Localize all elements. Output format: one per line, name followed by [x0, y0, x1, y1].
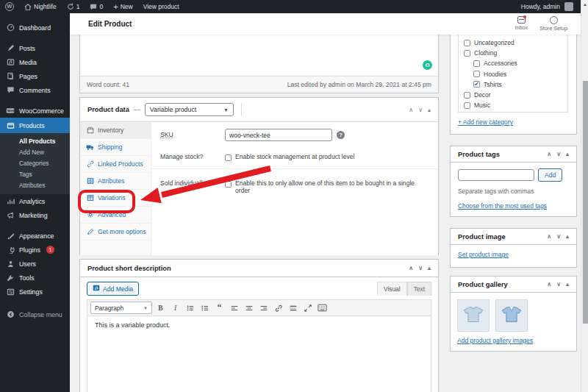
add-new-category-link[interactable]: + Add new category	[458, 118, 513, 126]
add-gallery-images-link[interactable]: Add product gallery images	[457, 337, 533, 344]
sidebar-item-analytics[interactable]: Analytics	[0, 194, 70, 208]
submenu-tags[interactable]: Tags	[0, 168, 70, 179]
howdy-admin-menu[interactable]: Howdy, admin	[516, 3, 562, 10]
bullet-list-button[interactable]	[184, 302, 196, 314]
category-item[interactable]: Decor	[464, 90, 567, 100]
sidebar-item-users[interactable]: Users	[0, 257, 70, 271]
product-tags-header[interactable]: Product tags ∧∨▴	[451, 146, 576, 163]
sidebar-item-comments[interactable]: Comments	[0, 83, 70, 97]
product-gallery-header[interactable]: Product gallery ∧∨▴	[451, 277, 576, 293]
category-item[interactable]: Uncategorized	[464, 38, 567, 48]
toggle-panel-icon[interactable]: ▴	[566, 233, 569, 240]
move-up-icon[interactable]: ∧	[547, 151, 551, 157]
move-down-icon[interactable]: ∨	[556, 151, 561, 157]
add-media-button[interactable]: Add Media	[87, 282, 139, 296]
avatar[interactable]	[564, 2, 573, 11]
site-name-link[interactable]: Nightlife	[19, 0, 62, 13]
paragraph-format-select[interactable]: Paragraph ▼	[90, 302, 152, 314]
sku-input[interactable]	[225, 129, 332, 141]
visual-tab[interactable]: Visual	[377, 282, 407, 296]
read-more-button[interactable]	[287, 302, 299, 314]
category-checkbox[interactable]	[464, 102, 470, 109]
align-center-button[interactable]	[243, 302, 255, 314]
short-description-header[interactable]: Product short description ∧ ∨ ▴	[80, 260, 438, 277]
category-checkbox-checked[interactable]	[473, 81, 480, 88]
category-label: Music	[474, 101, 490, 109]
submenu-attributes[interactable]: Attributes	[0, 179, 70, 190]
set-product-image-link[interactable]: Set product image	[458, 251, 509, 258]
category-item[interactable]: Accessories	[464, 58, 567, 68]
product-image-header[interactable]: Product image ∧∨▴	[451, 229, 576, 245]
category-item[interactable]: Tshirts	[464, 79, 567, 90]
sidebar-item-woocommerce[interactable]: WooCommerce	[0, 104, 70, 118]
move-down-icon[interactable]: ∨	[556, 233, 561, 240]
submenu-add-new[interactable]: Add New	[0, 146, 70, 157]
most-used-tags-link[interactable]: Choose from the most used tags	[458, 202, 547, 210]
inbox-button[interactable]: Inbox	[514, 16, 528, 32]
sidebar-item-posts[interactable]: Posts	[0, 41, 70, 55]
move-up-icon[interactable]: ∧	[409, 265, 413, 271]
toggle-panel-icon[interactable]: ▴	[566, 281, 569, 288]
sidebar-item-marketing[interactable]: Marketing	[0, 208, 70, 222]
category-item[interactable]: Clothing	[464, 48, 567, 58]
sidebar-item-plugins[interactable]: Plugins 1	[0, 243, 70, 257]
short-description-editor[interactable]: This is a variable product.	[87, 316, 431, 392]
toggle-panel-icon[interactable]: ▴	[428, 107, 431, 113]
sidebar-item-dashboard[interactable]: Dashboard	[0, 21, 70, 35]
toggle-panel-icon[interactable]: ▴	[566, 151, 569, 157]
text-tab[interactable]: Text	[407, 282, 431, 296]
align-left-button[interactable]	[228, 302, 240, 314]
sidebar-item-products[interactable]: Products	[0, 118, 70, 133]
toolbar-toggle-button[interactable]	[316, 302, 329, 314]
updates-link[interactable]: 1	[62, 0, 85, 13]
move-down-icon[interactable]: ∨	[418, 107, 423, 113]
help-tip-icon[interactable]: ?	[337, 131, 345, 139]
comments-link[interactable]: 0	[85, 0, 108, 13]
tab-get-more-options[interactable]: Get more options	[80, 224, 151, 240]
move-up-icon[interactable]: ∧	[547, 281, 551, 288]
move-up-icon[interactable]: ∧	[547, 233, 551, 240]
fullscreen-button[interactable]	[301, 302, 314, 314]
category-checkbox[interactable]	[464, 40, 470, 46]
insert-link-button[interactable]	[272, 302, 284, 314]
store-setup-button[interactable]: Store Setup	[539, 16, 567, 32]
category-item[interactable]: Music	[464, 100, 567, 110]
description-editor-bottom[interactable]: G Word count: 41 Last edited by admin on…	[79, 35, 439, 93]
category-checkbox[interactable]	[464, 50, 470, 57]
category-item[interactable]: Hoodies	[464, 69, 567, 79]
sidebar-item-appearance[interactable]: Appearance	[0, 229, 70, 243]
new-content-link[interactable]: + New	[108, 0, 137, 13]
move-down-icon[interactable]: ∨	[418, 265, 423, 271]
gallery-thumbnail-vneck[interactable]	[495, 299, 528, 332]
collapse-menu-button[interactable]: Collapse menu	[0, 307, 70, 321]
product-type-select[interactable]: Variable product ▼	[145, 103, 234, 116]
sidebar-item-tools[interactable]: Tools	[0, 271, 70, 285]
scrollbar-up-arrow-icon[interactable]: ▲	[583, 2, 587, 7]
align-right-button[interactable]	[257, 302, 270, 314]
numbered-list-button[interactable]	[198, 302, 211, 314]
scrollbar-thumb[interactable]	[583, 81, 588, 324]
toggle-panel-icon[interactable]: ▴	[428, 265, 431, 271]
wp-logo-menu[interactable]	[0, 0, 19, 13]
submenu-categories[interactable]: Categories	[0, 157, 70, 168]
move-down-icon[interactable]: ∨	[556, 281, 561, 288]
vertical-scrollbar[interactable]: ▲	[581, 0, 588, 392]
category-checkbox[interactable]	[473, 60, 480, 67]
tab-shipping[interactable]: Shipping	[80, 139, 151, 156]
add-tag-button[interactable]: Add	[538, 168, 562, 182]
grammarly-icon[interactable]: G	[423, 60, 432, 70]
blockquote-button[interactable]: “	[213, 302, 226, 314]
view-product-link[interactable]: View product	[138, 0, 184, 13]
gallery-thumbnail-tshirt[interactable]	[457, 299, 490, 332]
sidebar-item-settings[interactable]: Settings	[0, 285, 70, 299]
sidebar-item-media[interactable]: Media	[0, 55, 70, 69]
italic-button[interactable]: I	[169, 302, 182, 314]
sidebar-item-pages[interactable]: Pages	[0, 69, 70, 83]
category-checkbox[interactable]	[464, 92, 470, 99]
category-checkbox[interactable]	[473, 71, 480, 77]
bold-button[interactable]: B	[154, 302, 167, 314]
submenu-all-products[interactable]: All Products	[0, 135, 70, 146]
tag-input[interactable]	[458, 169, 534, 181]
tab-inventory[interactable]: Inventory	[80, 122, 151, 139]
move-up-icon[interactable]: ∧	[409, 107, 413, 113]
